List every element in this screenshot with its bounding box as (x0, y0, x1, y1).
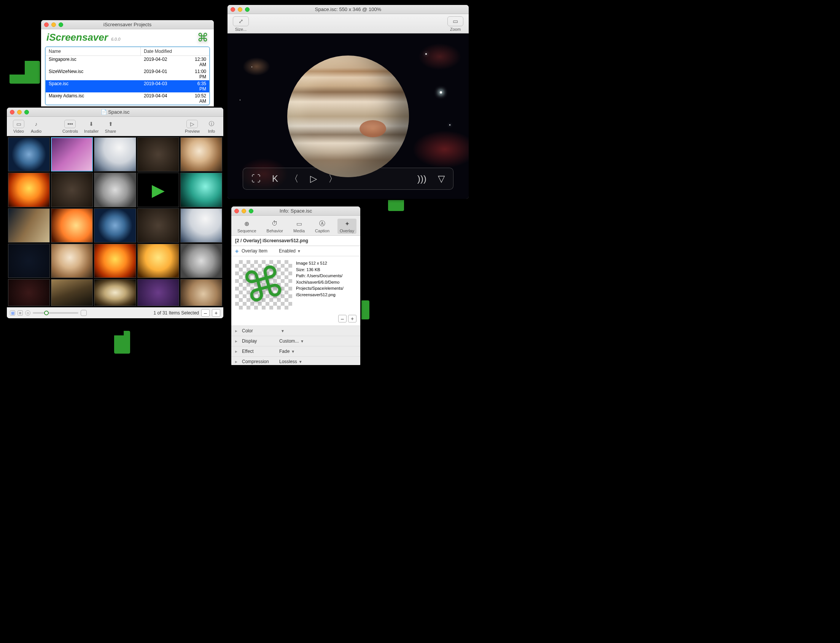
thumbnail[interactable]: 281521main_flyby2_20081007_226.png (180, 244, 222, 278)
thumbnail[interactable]: 281521main_flyby2_20081007_226.png (94, 173, 136, 207)
thumbnail[interactable]: a by NASA, ESA, the Team (STScI/AURA), a… (137, 208, 179, 243)
thumbnail[interactable]: crop_p_color2_enhanced_release-crop.png (180, 137, 222, 171)
thumbnail[interactable]: 168532main_image_feature_752_ys_full.jpg (51, 208, 93, 243)
prev-icon[interactable]: 〈 (289, 173, 299, 185)
overlay-image-preview: ⌘ (235, 260, 292, 310)
thumbnail[interactable]: opo0635a.tif (51, 137, 93, 171)
step-marker (10, 61, 40, 84)
project-row[interactable]: Singapore.isc 2019-04-02 12:30 AM (46, 56, 209, 68)
zoom-icon[interactable] (25, 110, 29, 114)
thumbnail[interactable]: opo0006a.tif (51, 173, 93, 207)
thumbnail[interactable] (8, 279, 50, 306)
brand-version: 6.0.0 (111, 37, 120, 41)
close-icon[interactable] (44, 23, 49, 27)
tab-preview[interactable]: ▷Preview (183, 119, 202, 134)
zoom-button[interactable]: ▭Zoom (448, 16, 463, 31)
thumbnail[interactable] (137, 279, 179, 306)
slider-max-icon (81, 310, 87, 316)
zoom-icon[interactable] (59, 23, 63, 27)
list-view-icon[interactable]: ≡ (18, 310, 23, 316)
overlay-add-button[interactable]: + (348, 315, 356, 322)
compression-dropdown[interactable]: Lossless▼ (279, 359, 302, 364)
row-compression[interactable]: Compression (242, 359, 276, 364)
thumbnail[interactable]: 206982main_spitzer_full.jpg (8, 208, 50, 243)
zoom-icon[interactable] (249, 209, 253, 213)
slider-min-icon: ○ (25, 310, 30, 316)
thumbnail[interactable] (51, 279, 93, 306)
thumbnail[interactable]: 168785main_feature_755_ys_full.jpg (137, 244, 179, 278)
first-icon[interactable]: K (272, 173, 278, 184)
minimize-icon[interactable] (242, 209, 246, 213)
project-list: Name Date Modified Singapore.isc 2019-04… (45, 46, 210, 105)
thumbnail[interactable]: 60130main_image_feature_182_jwfull.jpg (180, 208, 222, 243)
thumbnail[interactable]: ▶planetAnimPOT2.glb (137, 173, 179, 207)
close-icon[interactable] (230, 7, 235, 12)
display-dropdown[interactable]: Custom...▼ (279, 338, 304, 344)
titlebar[interactable]: iScreensaver Projects (41, 20, 214, 29)
step-marker (114, 331, 130, 354)
overlay-enabled-dropdown[interactable]: Enabled▼ (279, 248, 301, 254)
info-tabs: ⊕Sequence ⏱Behavior ▭Media ⒶCaption ✦Ove… (231, 215, 360, 235)
window-title: iScreensaver Projects (41, 22, 214, 28)
close-icon[interactable] (10, 110, 15, 114)
tab-installer[interactable]: ⬇︎Installer (82, 119, 101, 134)
thumbnail[interactable]: 618486main_earth_2048.png (8, 137, 50, 171)
titlebar[interactable]: 📄 Space.isc (7, 108, 223, 117)
tab-info[interactable]: ⓘInfo (204, 119, 219, 134)
info-window: Info: Space.isc ⊕Sequence ⏱Behavior ▭Med… (230, 205, 361, 365)
volume-icon[interactable]: ))) (417, 173, 427, 184)
tab-audio[interactable]: ♪Audio (28, 119, 44, 134)
minimize-icon[interactable] (238, 7, 242, 12)
tab-media[interactable]: ▭Media (291, 219, 307, 234)
preview-window: Space.isc: 550 x 346 @ 100% ⤢Size... ▭Zo… (226, 4, 470, 200)
minimize-icon[interactable] (17, 110, 22, 114)
row-display[interactable]: Display (242, 338, 276, 344)
preview-canvas: ⛶ K 〈 ▷ 〉 ))) ▽ (227, 33, 469, 199)
fullscreen-icon[interactable]: ⛶ (252, 173, 261, 184)
jupiter-image (287, 55, 409, 177)
thumbnail[interactable]: crop_p_color2_enhanced_release-crop.png (51, 244, 93, 278)
project-row[interactable]: SizeWizeNew.isc 2019-04-01 11:00 PM (46, 68, 209, 80)
titlebar[interactable]: Space.isc: 550 x 346 @ 100% (227, 5, 469, 14)
thumbnail[interactable]: 168532main_im (94, 279, 136, 306)
overlay-remove-button[interactable]: – (338, 315, 346, 322)
thumbnail[interactable]: 10996_2012_Venus_Transit_h264_960x540_29… (94, 244, 136, 278)
play-icon[interactable]: ▷ (310, 173, 317, 184)
thumbnail[interactable]: a by NASA, ESA, the Team (STScI/AURA), a… (137, 137, 179, 171)
thumbnail[interactable]: 10996_2012_Venus_Transit_h264_960x540_29… (8, 173, 50, 207)
titlebar[interactable]: Info: Space.isc (231, 206, 360, 215)
tab-video[interactable]: ▭Video (11, 119, 27, 134)
thumbnail[interactable] (180, 279, 222, 306)
thumbnail[interactable]: globe_east_2048.png (94, 208, 136, 243)
thumbnail[interactable]: 209234main_comacluster_spitzer_0_full.jp… (8, 244, 50, 278)
zoom-icon[interactable] (245, 7, 250, 12)
tab-caption[interactable]: ⒶCaption (313, 219, 332, 234)
size-button[interactable]: ⤢Size... (233, 16, 249, 31)
tab-behavior[interactable]: ⏱Behavior (265, 219, 285, 234)
col-date[interactable]: Date Modified (141, 47, 209, 55)
tab-controls[interactable]: •••Controls (60, 119, 80, 134)
tab-overlay[interactable]: ✦Overlay (337, 219, 356, 234)
shield-icon[interactable]: ▽ (438, 173, 445, 184)
editor-window: 📄 Space.isc ▭Video ♪Audio •••Controls ⬇︎… (6, 106, 224, 320)
thumbnail[interactable]: 166876main_image_feature_737_ys_full.jpg (180, 173, 222, 207)
tab-share[interactable]: ⬆︎Share (103, 119, 119, 134)
thumbnail[interactable]: 60130main_image_feature_182_jwfull.jpg (94, 137, 136, 171)
status-bar: ⊞ ≡ ○ 1 of 31 Items Selected – + (7, 307, 223, 318)
close-icon[interactable] (234, 209, 239, 213)
window-title: Space.isc: 550 x 346 @ 100% (227, 7, 469, 12)
tab-sequence[interactable]: ⊕Sequence (235, 219, 259, 234)
grid-view-icon[interactable]: ⊞ (10, 310, 15, 316)
row-color[interactable]: Color (242, 328, 276, 333)
thumb-size-slider[interactable] (33, 312, 78, 314)
remove-button[interactable]: – (201, 309, 210, 317)
effect-dropdown[interactable]: Fade▼ (279, 349, 295, 354)
project-row-selected[interactable]: Space.isc 2019-04-03 6:35 PM (46, 80, 209, 92)
project-row[interactable]: Maxey Adams.isc 2019-04-04 10:52 AM (46, 92, 209, 104)
minimize-icon[interactable] (51, 23, 56, 27)
col-name[interactable]: Name (46, 47, 141, 55)
overlay-meta: Image 512 x 512 Size: 136 KB Path: /User… (296, 260, 343, 310)
overlay-item-label: Overlay Item (242, 248, 276, 254)
row-effect[interactable]: Effect (242, 349, 276, 354)
add-button[interactable]: + (212, 309, 220, 317)
